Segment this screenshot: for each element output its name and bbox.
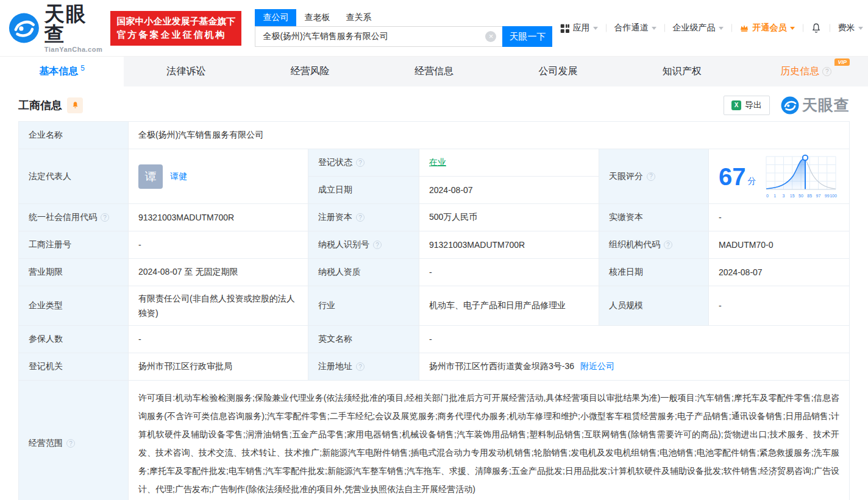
nav-user-menu[interactable]: 费米 [830, 23, 868, 33]
table-row: 统一社会信用代码 ? 91321003MADUTM700R 注册资本 ? 500… [19, 203, 849, 231]
search-button[interactable]: 天眼一下 [502, 26, 552, 47]
field-label-credit-code: 统一社会信用代码 ? [19, 204, 129, 231]
axis-tick: 1 [774, 193, 776, 197]
official-credit-badge: 国家中小企业发展子基金旗下 官方备案企业征信机构 [110, 11, 241, 46]
nav-enterprise-products[interactable]: 企业级产品 [664, 23, 731, 33]
watermark-logo: 天眼查 [781, 95, 850, 115]
tab-history-info[interactable]: VIP 历史信息 ? [744, 57, 868, 86]
nav-notifications[interactable] [803, 23, 830, 33]
tab-label: 经营信息 [414, 65, 454, 78]
score-unit: 分 [748, 176, 756, 187]
table-row: 企业类型 有限责任公司(非自然人投资或控股的法人独资) 行业 机动车、电子产品和… [19, 286, 849, 325]
tab-operation-risk[interactable]: 经营风险 [248, 57, 372, 86]
monitor-bell-button[interactable] [67, 97, 83, 113]
export-button[interactable]: X 导出 [724, 96, 770, 115]
field-value-approval-date: 2024-08-07 [709, 259, 849, 286]
field-label-business-scope: 经营范围 ? [19, 381, 129, 500]
axis-tick: 15 [789, 193, 794, 197]
nav-vip-label: 开通会员 [752, 23, 786, 33]
field-value-reg-status: 在业 [419, 149, 599, 176]
table-row: 登记机关 扬州市邗江区行政审批局 注册地址 ? 扬州市邗江区竹西街道黄金坝路3号… [19, 353, 849, 380]
field-label-text: 登记状态 [318, 157, 352, 168]
tianyancha-logo[interactable]: 天眼查 TianYanCha.com [9, 4, 104, 53]
field-value-paid-capital: - [709, 204, 849, 231]
table-row: 登记状态 ? 在业 [308, 149, 599, 176]
address-text: 扬州市邗江区竹西街道黄金坝路3号-36 [429, 361, 574, 372]
field-value-reg-capital: 500万人民币 [419, 204, 599, 231]
axis-tick: 3 [782, 193, 784, 197]
help-icon[interactable]: ? [373, 241, 382, 249]
search-bar: × 天眼一下 [255, 26, 552, 47]
nearby-companies-link[interactable]: 附近公司 [580, 361, 614, 372]
axis-tick: 0 [766, 193, 769, 197]
field-label-reg-status: 登记状态 ? [308, 149, 419, 176]
table-row: 营业期限 2024-08-07 至 无固定期限 纳税人资质 - 核准日期 202… [19, 258, 849, 286]
nav-open-vip[interactable]: 开通会员 [731, 23, 803, 33]
field-label-paid-capital: 实缴资本 [599, 204, 709, 231]
search-tab-boss[interactable]: 查老板 [296, 9, 338, 26]
field-label-legal-rep: 法定代表人 [19, 149, 129, 203]
section-header: 工商信息 X 导出 天眼查 [0, 86, 868, 121]
vip-badge: VIP [834, 58, 850, 66]
watermark-text: 天眼查 [802, 95, 850, 115]
status-date-subtable: 登记状态 ? 在业 成立日期 2024-08-07 [308, 149, 599, 203]
field-label-insured-count: 参保人数 [19, 326, 129, 353]
nav-apps-label: 应用 [572, 23, 589, 33]
search-tab-relation[interactable]: 查关系 [338, 9, 379, 26]
axis-tick: 100 [830, 193, 837, 197]
field-label-est-date: 成立日期 [308, 177, 419, 203]
field-value-reg-address: 扬州市邗江区竹西街道黄金坝路3号-36 附近公司 [419, 353, 849, 380]
field-label-business-term: 营业期限 [19, 259, 129, 286]
field-label-text: 经营范围 [29, 438, 63, 449]
axis-tick: 85 [807, 193, 812, 197]
search-tab-company[interactable]: 查公司 [255, 9, 296, 26]
table-row: 工商注册号 - 纳税人识别号 ? 91321003MADUTM700R 组织机构… [19, 231, 849, 258]
tab-legal-litigation[interactable]: 法律诉讼 [124, 57, 247, 86]
legal-rep-link[interactable]: 谭健 [170, 171, 187, 182]
tab-operation-info[interactable]: 经营信息 [372, 57, 496, 86]
tab-label: 历史信息 [780, 65, 819, 78]
help-icon[interactable]: ? [101, 213, 109, 222]
status-open-link[interactable]: 在业 [429, 157, 446, 168]
search-input[interactable] [255, 26, 502, 47]
field-label-reg-address: 注册地址 ? [308, 353, 419, 380]
tab-intellectual-property[interactable]: 知识产权 [620, 57, 744, 86]
help-icon[interactable]: ? [664, 241, 672, 249]
field-value-taxpayer-quali: - [419, 259, 599, 286]
field-value-legal-rep: 谭 谭健 [129, 149, 308, 203]
nav-username: 费米 [838, 23, 855, 33]
search-area: 查公司 查老板 查关系 × 天眼一下 [255, 9, 552, 47]
help-icon[interactable]: ? [66, 439, 75, 448]
logo-text: 天眼查 TianYanCha.com [44, 4, 105, 53]
tab-label: 法律诉讼 [166, 65, 205, 78]
nav-cooperation[interactable]: 合作通道 [606, 23, 664, 33]
nav-cooperation-label: 合作通道 [614, 23, 648, 33]
header-nav: 应用 合作通道 企业级产品 开通会员 费米 [552, 23, 868, 33]
help-icon[interactable]: ? [647, 172, 655, 181]
help-icon[interactable]: ? [356, 362, 365, 371]
help-icon[interactable]: ? [822, 67, 831, 76]
field-value-reg-number: - [129, 231, 308, 258]
tab-label: 公司发展 [538, 65, 577, 78]
table-row: 成立日期 2024-08-07 [308, 176, 599, 203]
field-label-approval-date: 核准日期 [599, 259, 709, 286]
help-icon[interactable]: ? [356, 158, 365, 167]
nav-apps[interactable]: 应用 [552, 23, 606, 33]
crown-icon [739, 23, 749, 33]
tab-company-development[interactable]: 公司发展 [496, 57, 620, 86]
field-value-score: 67 分 0 [709, 149, 849, 203]
field-label-score: 天眼评分 ? [599, 149, 709, 203]
field-label-staff-size: 人员规模 [599, 286, 709, 325]
table-row: 法定代表人 谭 谭健 登记状态 ? 在业 成立日期 2024-08-07 天眼评… [19, 149, 849, 203]
field-label-text: 注册资本 [318, 212, 352, 223]
help-icon[interactable]: ? [356, 213, 365, 222]
top-header: 天眼查 TianYanCha.com 国家中小企业发展子基金旗下 官方备案企业征… [0, 0, 868, 56]
field-label-reg-authority: 登记机关 [19, 353, 129, 380]
tab-basic-info[interactable]: 基本信息 5 [0, 57, 124, 86]
axis-tick: 97 [816, 193, 820, 197]
export-label: 导出 [745, 100, 762, 111]
field-value-company-name: 全极(扬州)汽车销售服务有限公司 [129, 122, 849, 149]
badge-line1: 国家中小企业发展子基金旗下 [116, 15, 235, 29]
field-value-company-type: 有限责任公司(非自然人投资或控股的法人独资) [129, 286, 308, 325]
field-label-text: 注册地址 [318, 361, 352, 372]
